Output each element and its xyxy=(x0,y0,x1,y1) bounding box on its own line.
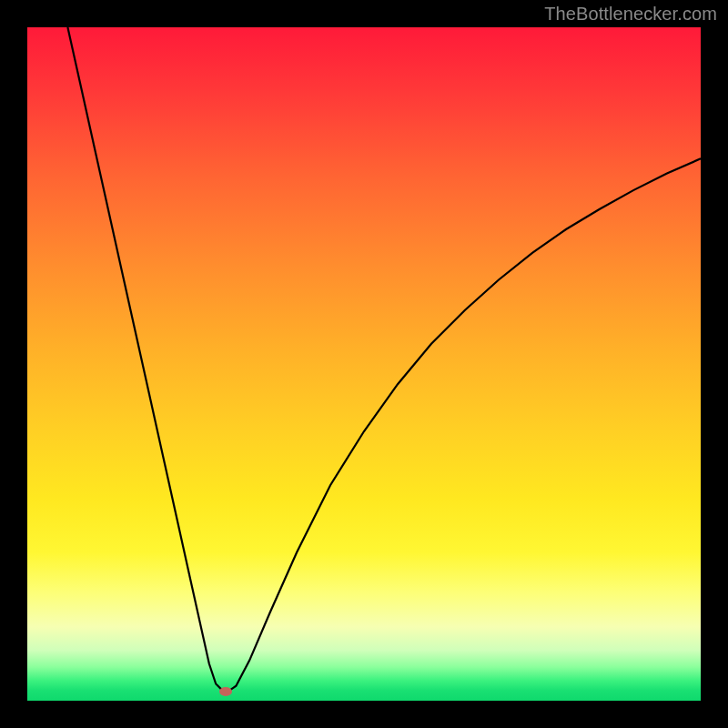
watermark-label: TheBottlenecker.com xyxy=(544,4,717,25)
curve-svg xyxy=(27,27,701,701)
chart-frame: TheBottlenecker.com xyxy=(0,0,728,728)
plot-area xyxy=(27,27,701,701)
bottleneck-curve-path xyxy=(67,27,701,691)
minimum-marker xyxy=(219,687,232,696)
